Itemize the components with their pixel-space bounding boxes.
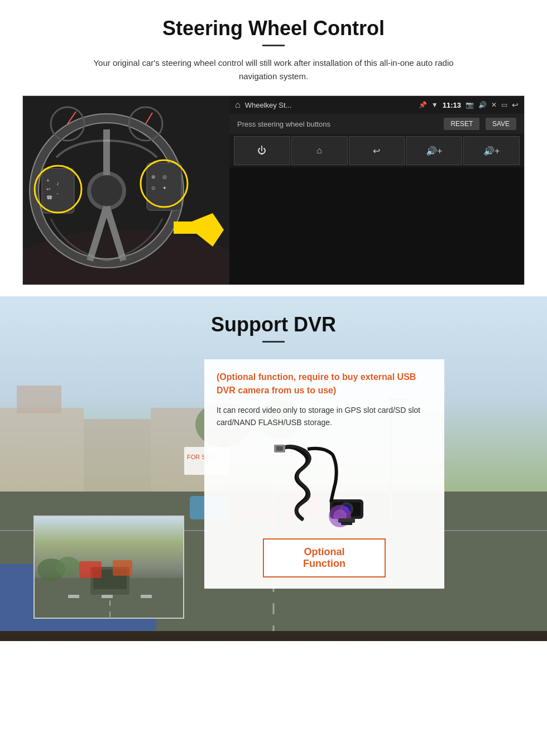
- dvr-main-row: (Optional function, require to buy exter…: [22, 359, 525, 619]
- svg-rect-72: [341, 522, 352, 525]
- svg-rect-61: [141, 595, 152, 598]
- svg-rect-57: [79, 561, 102, 578]
- hu-screen: ⌂ Wheelkey St... 📌 ▼ 11:13 📷 🔊 ✕ ▭ ↩ Pre…: [229, 96, 524, 285]
- dvr-camera-image: [217, 438, 432, 527]
- svg-text:◎: ◎: [162, 174, 167, 180]
- dvr-optional-note: (Optional function, require to buy exter…: [217, 370, 432, 397]
- dvr-description: It can record video only to storage in G…: [217, 404, 432, 429]
- svg-text:☎: ☎: [46, 195, 52, 200]
- hu-app-title: Wheelkey St...: [245, 101, 414, 109]
- svg-rect-58: [113, 560, 132, 576]
- hu-main-display-area: [229, 167, 524, 285]
- steering-title: Steering Wheel Control: [22, 17, 525, 40]
- steering-section: Steering Wheel Control Your original car…: [0, 0, 547, 296]
- svg-text:⊕: ⊕: [151, 174, 156, 180]
- svg-rect-59: [68, 595, 79, 598]
- steering-wheel-photo: + ↩ ☎ ♪ − ⊕ ◎ ⊙ ✦: [23, 96, 229, 285]
- hu-reset-button[interactable]: RESET: [444, 118, 479, 130]
- hu-home-button[interactable]: ⌂: [291, 136, 348, 165]
- hu-power-button[interactable]: ⏻: [234, 136, 290, 165]
- hu-home-icon: ⌂: [235, 100, 241, 110]
- svg-rect-23: [174, 221, 213, 234]
- hu-camera-icon: 📷: [466, 101, 474, 109]
- dvr-title: Support DVR: [22, 313, 525, 336]
- hu-action-buttons: RESET SAVE: [440, 118, 516, 130]
- hu-pin-icon: 📌: [419, 101, 427, 109]
- hu-vol-up2-button[interactable]: 🔊+: [463, 136, 520, 165]
- svg-text:+: +: [46, 177, 50, 184]
- hu-back-icon: ↩: [512, 100, 519, 109]
- dvr-title-underline: [262, 341, 285, 343]
- hu-vol-up-button[interactable]: 🔊+: [406, 136, 462, 165]
- svg-text:✦: ✦: [162, 185, 167, 191]
- svg-text:↩: ↩: [46, 186, 51, 192]
- hu-wifi-icon: ▼: [431, 101, 438, 109]
- dvr-title-block: Support DVR: [22, 313, 525, 343]
- svg-text:−: −: [56, 191, 59, 196]
- hu-prompt-bar: Press steering wheel buttons RESET SAVE: [229, 114, 524, 134]
- hu-volume-icon: 🔊: [478, 101, 487, 109]
- hu-back-button[interactable]: ↩: [349, 136, 405, 165]
- steering-composite-image: + ↩ ☎ ♪ − ⊕ ◎ ⊙ ✦: [22, 95, 525, 285]
- hu-function-buttons-row: ⏻ ⌂ ↩ 🔊+ 🔊+: [229, 134, 524, 167]
- optional-function-button[interactable]: Optional Function: [263, 538, 386, 577]
- dvr-content-overlay: Support DVR: [0, 296, 547, 641]
- dvr-left-column: [22, 359, 195, 619]
- steering-subtitle: Your original car's steering wheel contr…: [78, 56, 469, 83]
- dvr-info-box: (Optional function, require to buy exter…: [204, 359, 444, 589]
- hu-statusbar: ⌂ Wheelkey St... 📌 ▼ 11:13 📷 🔊 ✕ ▭ ↩: [229, 96, 524, 114]
- dvr-thumb-scene: [35, 517, 183, 618]
- svg-rect-63: [276, 446, 283, 451]
- dvr-section: FOR SALE Support DVR: [0, 296, 547, 641]
- hu-prompt-text: Press steering wheel buttons: [237, 120, 330, 128]
- hu-time: 11:13: [443, 101, 461, 109]
- svg-text:♪: ♪: [56, 180, 59, 186]
- hu-save-button[interactable]: SAVE: [486, 118, 516, 130]
- svg-point-5: [91, 175, 122, 206]
- svg-rect-60: [102, 595, 113, 598]
- svg-point-54: [56, 557, 80, 577]
- hu-window-icon: ▭: [501, 101, 507, 109]
- steering-title-underline: [262, 45, 285, 46]
- svg-text:⊙: ⊙: [151, 185, 156, 191]
- dvr-rearview-thumbnail: [33, 516, 184, 619]
- hu-close-icon: ✕: [491, 101, 497, 109]
